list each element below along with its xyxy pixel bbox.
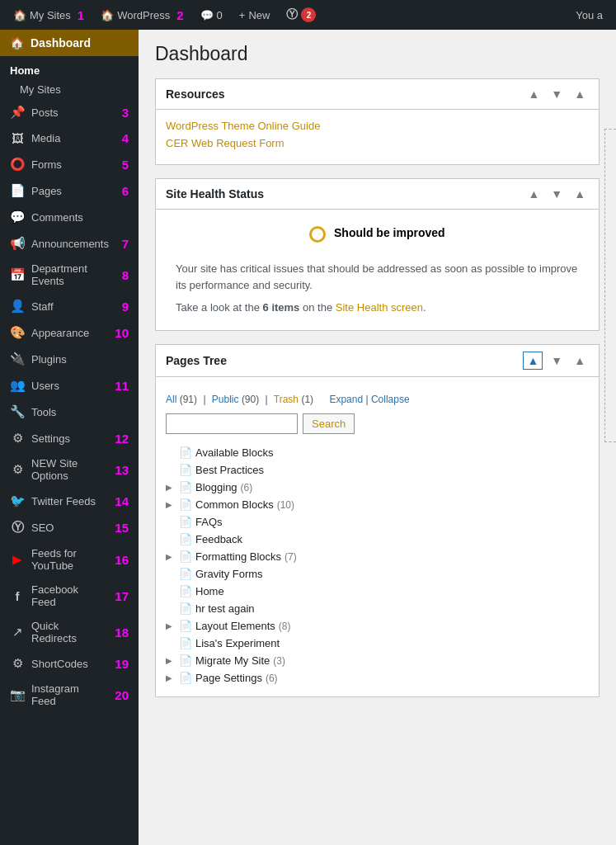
- common-blocks-expand[interactable]: ▶: [166, 500, 179, 509]
- twitter-icon: 🐦: [10, 493, 25, 508]
- pages-tree-search-row: Search: [166, 413, 589, 434]
- tree-item[interactable]: ▶ 📄 Formatting Blocks (7): [166, 548, 589, 565]
- dashed-scroll-border: [604, 129, 616, 442]
- filter-all-link[interactable]: All: [166, 394, 176, 405]
- sidebar: 🏠 Dashboard Home My Sites 📌 Posts 3 🖼 Me…: [0, 30, 139, 845]
- page-icon: 📄: [179, 464, 192, 476]
- resources-down-btn[interactable]: ▼: [548, 86, 566, 102]
- health-screen-link[interactable]: Site Health screen: [336, 301, 423, 314]
- new-label: New: [248, 9, 270, 21]
- sidebar-item-appearance[interactable]: 🎨 Appearance 10: [0, 319, 139, 346]
- search-button[interactable]: Search: [303, 413, 355, 434]
- num-16: 16: [115, 553, 129, 567]
- resources-title: Resources: [166, 87, 225, 101]
- num-7: 7: [122, 237, 129, 251]
- num-20: 20: [115, 688, 129, 702]
- sidebar-item-shortcodes[interactable]: ⚙ ShortCodes 19: [0, 650, 139, 677]
- tree-item[interactable]: ▶ 📄 Page Settings (6): [166, 669, 589, 687]
- admin-bar-comments[interactable]: 💬 0: [194, 0, 229, 30]
- page-icon: 📄: [179, 446, 192, 459]
- staff-icon: 👤: [10, 299, 25, 314]
- sidebar-item-pages[interactable]: 📄 Pages 6: [0, 177, 139, 204]
- pages-tree-down-btn[interactable]: ▼: [548, 352, 566, 369]
- filter-public-count: (90): [242, 394, 259, 405]
- layout-elements-expand[interactable]: ▶: [166, 621, 179, 630]
- page-icon: 📄: [179, 654, 192, 667]
- page-icon: 📄: [179, 516, 192, 528]
- site-health-expand-btn[interactable]: ▲: [571, 186, 589, 202]
- pages-tree-up-btn[interactable]: ▲: [523, 352, 543, 370]
- tree-item[interactable]: 📄 Available Blocks: [166, 444, 589, 461]
- tree-item[interactable]: 📄 Lisa's Experiment: [166, 635, 589, 652]
- sidebar-new-site-options-label: NEW Site Options: [31, 457, 105, 482]
- users-icon: 👥: [10, 378, 25, 393]
- num-6: 6: [122, 184, 129, 198]
- sidebar-item-instagram-feed[interactable]: 📷 Instagram Feed 20: [0, 677, 139, 713]
- sidebar-feeds-youtube-label: Feeds for YouTube: [31, 547, 105, 572]
- sidebar-shortcodes-label: ShortCodes: [31, 658, 105, 670]
- formatting-blocks-expand[interactable]: ▶: [166, 552, 179, 561]
- expand-link[interactable]: Expand: [329, 394, 363, 405]
- sidebar-item-comments[interactable]: 💬 Comments: [0, 204, 139, 230]
- sidebar-forms-label: Forms: [31, 158, 112, 171]
- sidebar-item-posts[interactable]: 📌 Posts 3: [0, 99, 139, 125]
- sidebar-item-staff[interactable]: 👤 Staff 9: [0, 293, 139, 319]
- health-link-line: Take a look at the 6 items on the Site H…: [176, 301, 579, 314]
- tree-item[interactable]: 📄 Gravity Forms: [166, 565, 589, 583]
- wp-guide-link[interactable]: WordPress Theme Online Guide: [166, 120, 589, 132]
- page-icon: 📄: [179, 637, 192, 649]
- sidebar-item-new-site-options[interactable]: ⚙ NEW Site Options 13: [0, 451, 139, 488]
- site-health-widget: Site Health Status ▲ ▼ ▲ Should be impro…: [155, 178, 600, 331]
- filter-public-link[interactable]: Public: [212, 394, 239, 405]
- youtube-icon: ▶: [10, 552, 25, 567]
- filter-trash-link[interactable]: Trash: [274, 394, 299, 405]
- sidebar-item-media[interactable]: 🖼 Media 4: [0, 125, 139, 151]
- tree-item[interactable]: ▶ 📄 Blogging (6): [166, 479, 589, 496]
- admin-bar-my-sites[interactable]: 🏠 My Sites 1: [7, 0, 91, 30]
- admin-bar-wordpress[interactable]: 🏠 WordPress 2: [94, 0, 190, 30]
- sidebar-dashboard[interactable]: 🏠 Dashboard: [0, 30, 139, 56]
- site-health-up-btn[interactable]: ▲: [524, 186, 543, 202]
- site-health-body: Should be improved Your site has critica…: [156, 210, 599, 330]
- sidebar-item-quick-redirects[interactable]: ↗ Quick Redirects 18: [0, 614, 139, 650]
- pages-tree-expand-btn[interactable]: ▲: [571, 352, 589, 369]
- search-input[interactable]: [166, 413, 298, 434]
- sidebar-item-forms[interactable]: ⭕ Forms 5: [0, 151, 139, 177]
- resources-expand-btn[interactable]: ▲: [571, 86, 589, 102]
- tree-item[interactable]: 📄 Home: [166, 583, 589, 600]
- sidebar-item-seo[interactable]: Ⓨ SEO 15: [0, 514, 139, 541]
- sidebar-item-plugins[interactable]: 🔌 Plugins: [0, 346, 139, 372]
- page-icon: 📄: [179, 602, 192, 615]
- announcements-icon: 📢: [10, 236, 25, 251]
- sidebar-facebook-feed-label: Facebook Feed: [31, 583, 105, 608]
- tree-item[interactable]: 📄 hr test again: [166, 600, 589, 617]
- site-health-down-btn[interactable]: ▼: [548, 186, 566, 202]
- collapse-link[interactable]: Collapse: [371, 394, 410, 405]
- resources-up-btn[interactable]: ▲: [524, 86, 543, 102]
- sidebar-item-tools[interactable]: 🔧 Tools: [0, 399, 139, 425]
- tree-item[interactable]: ▶ 📄 Migrate My Site (3): [166, 652, 589, 669]
- tree-item[interactable]: 📄 Best Practices: [166, 461, 589, 479]
- sidebar-item-feeds-youtube[interactable]: ▶ Feeds for YouTube 16: [0, 541, 139, 578]
- page-settings-expand[interactable]: ▶: [166, 673, 179, 682]
- migrate-my-site-expand[interactable]: ▶: [166, 656, 179, 665]
- admin-bar-new[interactable]: + New: [233, 0, 277, 30]
- cer-form-link[interactable]: CER Web Request Form: [166, 137, 589, 149]
- pages-tree-widget: Pages Tree ▲ ▼ ▲ All (91) | Public (90) …: [155, 344, 600, 697]
- tree-item[interactable]: ▶ 📄 Layout Elements (8): [166, 617, 589, 635]
- num-5: 5: [122, 158, 129, 172]
- sidebar-item-announcements[interactable]: 📢 Announcements 7: [0, 230, 139, 257]
- tree-item[interactable]: ▶ 📄 Common Blocks (10): [166, 496, 589, 513]
- admin-bar-yoast[interactable]: Ⓨ 2: [280, 0, 322, 30]
- blogging-expand[interactable]: ▶: [166, 483, 179, 492]
- health-status-label: Should be improved: [334, 226, 445, 239]
- tree-item[interactable]: 📄 FAQs: [166, 513, 589, 531]
- sidebar-staff-label: Staff: [31, 300, 112, 313]
- sidebar-my-sites[interactable]: My Sites: [0, 80, 139, 99]
- sidebar-item-dept-events[interactable]: 📅 Department Events 8: [0, 257, 139, 293]
- sidebar-item-twitter-feeds[interactable]: 🐦 Twitter Feeds 14: [0, 488, 139, 514]
- sidebar-item-settings[interactable]: ⚙ Settings 12: [0, 425, 139, 451]
- sidebar-item-users[interactable]: 👥 Users 11: [0, 372, 139, 399]
- sidebar-item-facebook-feed[interactable]: f Facebook Feed 17: [0, 578, 139, 614]
- tree-item[interactable]: 📄 Feedback: [166, 531, 589, 548]
